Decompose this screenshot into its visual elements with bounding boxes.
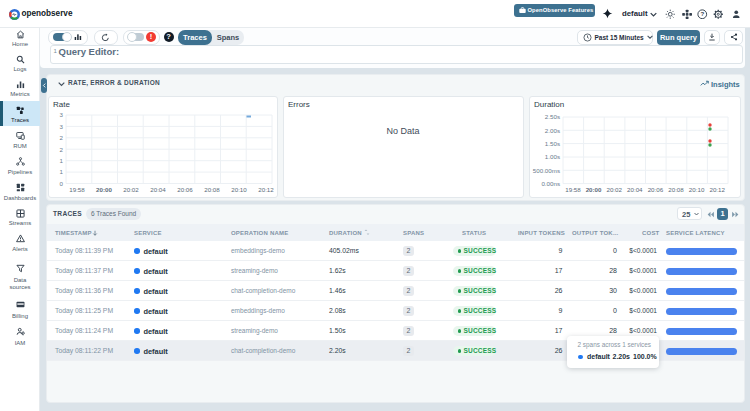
svg-text:0: 0: [60, 180, 64, 187]
svg-text:1.50s: 1.50s: [545, 140, 560, 147]
svg-text:19:58: 19:58: [69, 186, 85, 193]
svg-text:0.00ns: 0.00ns: [541, 180, 560, 187]
svg-text:1: 1: [60, 168, 64, 175]
svg-text:20:08: 20:08: [204, 186, 220, 193]
svg-text:20:04: 20:04: [150, 186, 166, 193]
svg-text:?: ?: [700, 10, 704, 17]
svg-text:3: 3: [60, 111, 64, 118]
svg-text:20:04: 20:04: [627, 186, 643, 193]
svg-text:20:02: 20:02: [123, 186, 139, 193]
svg-text:20:02: 20:02: [606, 186, 622, 193]
svg-text:1: 1: [60, 157, 64, 164]
svg-text:Duration: Duration: [534, 100, 564, 109]
svg-text:20:10: 20:10: [231, 186, 247, 193]
svg-text:20:06: 20:06: [177, 186, 193, 193]
svg-text:20:12: 20:12: [709, 186, 725, 193]
svg-text:20:06: 20:06: [648, 186, 664, 193]
svg-text:2: 2: [60, 134, 64, 141]
svg-text:2.00s: 2.00s: [545, 127, 560, 134]
svg-text:20:00: 20:00: [96, 186, 112, 193]
svg-text:20:08: 20:08: [668, 186, 684, 193]
svg-text:19:58: 19:58: [565, 186, 581, 193]
svg-text:2: 2: [60, 146, 64, 153]
svg-text:3: 3: [60, 123, 64, 130]
svg-text:20:12: 20:12: [258, 186, 274, 193]
svg-text:No Data: No Data: [386, 126, 419, 136]
svg-text:500.00ms: 500.00ms: [533, 167, 560, 174]
svg-text:20:00: 20:00: [586, 186, 602, 193]
svg-text:20:10: 20:10: [689, 186, 705, 193]
svg-text:Errors: Errors: [288, 100, 310, 109]
svg-text:2.50s: 2.50s: [545, 113, 560, 120]
svg-text:Rate: Rate: [53, 100, 70, 109]
svg-text:1.00s: 1.00s: [545, 153, 560, 160]
